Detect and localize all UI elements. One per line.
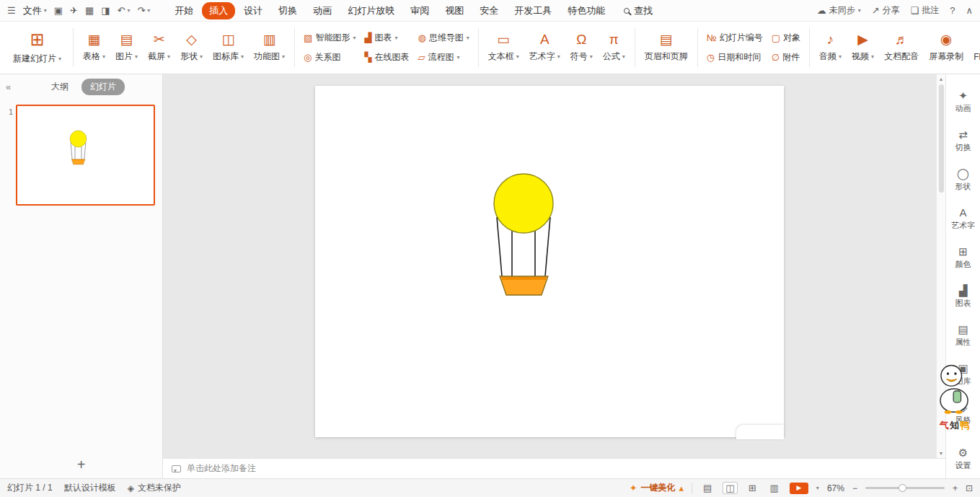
menu-tab-幻灯片放映[interactable]: 幻灯片放映 bbox=[340, 2, 402, 19]
chevron-down-icon: ▾ bbox=[858, 8, 861, 14]
menu-tab-审阅[interactable]: 审阅 bbox=[403, 2, 436, 19]
sidebar-item-颜色[interactable]: ⊞颜色 bbox=[955, 246, 971, 270]
scroll-down-icon[interactable]: ▼ bbox=[939, 451, 944, 456]
help-icon[interactable]: ? bbox=[950, 6, 955, 15]
menu-tab-切换[interactable]: 切换 bbox=[271, 2, 304, 19]
menu-tab-特色功能[interactable]: 特色功能 bbox=[560, 2, 612, 19]
file-menu-button[interactable]: 文件 ▾ bbox=[23, 4, 47, 17]
save-icon[interactable]: ▣ bbox=[54, 6, 63, 15]
menu-tab-插入[interactable]: 插入 bbox=[202, 2, 235, 19]
panel-tab-幻灯片[interactable]: 幻灯片 bbox=[81, 79, 125, 95]
notes-view-button[interactable]: ▤ bbox=[700, 482, 715, 494]
vertical-scrollbar[interactable]: ▲ ▼ bbox=[936, 74, 945, 458]
sidebar-item-形状[interactable]: ◯形状 bbox=[955, 168, 971, 192]
balloon-drawing[interactable] bbox=[315, 86, 784, 437]
ribbon-item-对象[interactable]: ▢对象 bbox=[772, 32, 800, 44]
sidebar-item-艺术字[interactable]: A艺术字 bbox=[951, 207, 975, 231]
ribbon-item-图标库[interactable]: ◫图标库▾ bbox=[208, 25, 249, 71]
undo-button[interactable]: ↶ ▾ bbox=[117, 6, 130, 15]
sidebar-item-图库[interactable]: ▣图库 bbox=[955, 363, 971, 387]
share-button[interactable]: ↗ 分享 bbox=[872, 4, 900, 17]
ribbon-item-页眉和页脚[interactable]: ▤页眉和页脚 bbox=[640, 25, 693, 71]
play-slideshow-button[interactable]: ▶ bbox=[790, 483, 808, 494]
ribbon-item-截屏[interactable]: ✂截屏▾ bbox=[143, 25, 175, 71]
sidebar-item-图表[interactable]: ▟图表 bbox=[955, 285, 971, 309]
sync-status-button[interactable]: ☁ 未同步 ▾ bbox=[817, 4, 861, 17]
slide-thumbnail-preview bbox=[17, 106, 154, 204]
sidebar-item-动画[interactable]: ✦动画 bbox=[955, 90, 971, 114]
ribbon-item-附件[interactable]: ∅附件 bbox=[772, 51, 800, 63]
ribbon-item-思维导图[interactable]: ◍思维导图▾ bbox=[418, 32, 469, 44]
wordart-icon: A bbox=[540, 32, 549, 46]
table-icon: ▦ bbox=[88, 32, 101, 46]
ribbon-item-关系图[interactable]: ◎关系图 bbox=[304, 51, 356, 63]
zoom-slider-thumb[interactable] bbox=[899, 484, 906, 492]
datetime-icon: ◷ bbox=[707, 53, 715, 62]
comment-button[interactable]: ❏ 批注 bbox=[911, 4, 940, 17]
ribbon-item-图表[interactable]: ▟图表▾ bbox=[364, 32, 409, 44]
notes-bar[interactable]: 单击此处添加备注 bbox=[163, 458, 945, 478]
design-template-button[interactable]: 默认设计模板 bbox=[64, 482, 116, 494]
editing-canvas[interactable] bbox=[163, 74, 936, 458]
beautify-button[interactable]: ✦ 一键美化 ▴ bbox=[630, 482, 684, 494]
menu-tab-设计[interactable]: 设计 bbox=[237, 2, 270, 19]
ribbon-item-视频[interactable]: ▶视频▾ bbox=[847, 25, 879, 71]
panel-tab-大纲[interactable]: 大纲 bbox=[43, 79, 77, 95]
add-slide-button[interactable]: + bbox=[66, 457, 97, 472]
redo-button[interactable]: ↷ ▾ bbox=[137, 6, 150, 15]
play-options-dropdown[interactable]: ▾ bbox=[816, 485, 819, 491]
zoom-level[interactable]: 67% bbox=[827, 483, 844, 493]
scrollbar-thumb[interactable] bbox=[939, 84, 944, 193]
zoom-out-button[interactable]: − bbox=[852, 484, 857, 493]
ribbon-item-日期和时间[interactable]: ◷日期和时间 bbox=[707, 51, 763, 63]
ribbon-item-幻灯片编号[interactable]: №幻灯片编号 bbox=[707, 32, 763, 44]
ribbon-item-公式[interactable]: π公式▾ bbox=[598, 25, 630, 71]
ribbon-item-Flash[interactable]: ƒFlash bbox=[968, 25, 980, 71]
ribbon-item-艺术字[interactable]: A艺术字▾ bbox=[524, 25, 565, 71]
print-preview-icon[interactable]: ◨ bbox=[101, 6, 110, 15]
slide-canvas[interactable] bbox=[315, 86, 784, 437]
menu-tab-安全[interactable]: 安全 bbox=[472, 2, 506, 19]
ribbon-item-形状[interactable]: ◇形状▾ bbox=[175, 25, 208, 71]
slide-number-icon: № bbox=[707, 33, 717, 43]
ribbon-item-功能图[interactable]: ▥功能图▾ bbox=[249, 25, 290, 71]
main-menu-icon[interactable]: ☰ bbox=[7, 6, 16, 15]
slide-thumbnail[interactable] bbox=[16, 105, 155, 206]
sync-status-label: 未同步 bbox=[829, 4, 855, 17]
sidebar-item-切换[interactable]: ⇄切换 bbox=[955, 129, 971, 153]
menu-tab-视图[interactable]: 视图 bbox=[438, 2, 471, 19]
print-icon[interactable]: ▦ bbox=[85, 6, 94, 15]
ribbon-item-表格[interactable]: ▦表格▾ bbox=[78, 25, 110, 71]
sidebar-item-设置[interactable]: ⚙设置 bbox=[955, 447, 971, 471]
menu-tab-开始[interactable]: 开始 bbox=[167, 2, 200, 19]
ribbon-item-智能图形[interactable]: ▧智能图形▾ bbox=[304, 32, 356, 44]
collapse-ribbon-icon[interactable]: ∧ bbox=[966, 6, 973, 15]
find-button[interactable]: 查找 bbox=[624, 4, 653, 17]
ribbon-item-符号[interactable]: Ω符号▾ bbox=[565, 25, 598, 71]
menu-tab-开发工具[interactable]: 开发工具 bbox=[507, 2, 559, 19]
fullscreen-button[interactable]: ⊡ bbox=[966, 484, 973, 493]
send-icon[interactable]: ✈ bbox=[70, 6, 78, 15]
collapse-panel-icon[interactable]: « bbox=[6, 82, 11, 92]
zoom-slider[interactable] bbox=[865, 487, 945, 489]
ribbon-item-图片[interactable]: ▤图片▾ bbox=[110, 25, 143, 71]
ribbon-item-屏幕录制[interactable]: ◉屏幕录制 bbox=[924, 25, 968, 71]
ribbon-item-label-row: 文档配音 bbox=[884, 50, 919, 63]
ribbon-item-在线图表[interactable]: ▚在线图表 bbox=[364, 51, 409, 63]
menu-tab-动画[interactable]: 动画 bbox=[306, 2, 339, 19]
ribbon-item-文本框[interactable]: ▭文本框▾ bbox=[483, 25, 524, 71]
reading-view-button[interactable]: ▥ bbox=[767, 482, 782, 494]
document-protection-button[interactable]: ◈ 文档未保护 bbox=[128, 482, 181, 494]
sidebar-item-属性[interactable]: ▤属性 bbox=[955, 324, 971, 348]
scroll-up-icon[interactable]: ▲ bbox=[939, 76, 944, 82]
ribbon-item-流程图[interactable]: ▱流程图▾ bbox=[418, 51, 469, 63]
slide-sorter-view-button[interactable]: ⊞ bbox=[746, 482, 759, 494]
ribbon-item-新建幻灯片[interactable]: ⊞新建幻灯片▾ bbox=[6, 25, 69, 71]
textbox-icon: ▭ bbox=[497, 32, 510, 46]
ribbon-item-文档配音[interactable]: ♬文档配音 bbox=[879, 25, 924, 71]
zoom-in-button[interactable]: + bbox=[953, 484, 958, 493]
ribbon-item-音频[interactable]: ♪音频▾ bbox=[814, 25, 847, 71]
beautify-float-widget[interactable] bbox=[736, 425, 784, 439]
normal-view-button[interactable]: ◫ bbox=[723, 482, 737, 494]
sidebar-item-风格[interactable]: ◈风格 bbox=[955, 402, 971, 426]
